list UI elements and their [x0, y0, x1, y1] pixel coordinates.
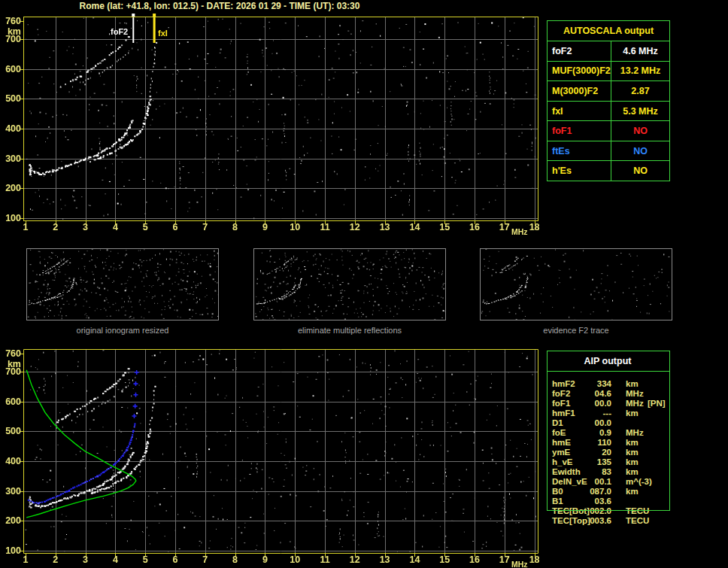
aip-row-unit: MHz — [626, 389, 644, 399]
autoscala-row: M(3000)F22.87 — [548, 80, 669, 101]
aip-row-value: 00.1 — [568, 477, 611, 487]
x-tick-label: 11 — [316, 223, 334, 232]
x-tick-label: 15 — [435, 555, 453, 564]
page-title: Rome (lat: +41.8, lon: 012.5) - DATE: 20… — [0, 1, 439, 11]
aip-row-unit: MHz — [626, 428, 644, 438]
aip-row: D100.0 — [547, 418, 727, 428]
x-tick-label: 1 — [17, 555, 35, 564]
x-tick-label: 6 — [166, 555, 184, 564]
aip-row: B0087.0km — [547, 487, 727, 497]
aip-table-header: AIP output — [547, 351, 669, 371]
autoscala-row-value: NO — [611, 121, 669, 141]
thumbnail-caption-original: original ionogram resized — [77, 327, 169, 335]
aip-row-unit: MHz — [626, 399, 644, 409]
aip-row-value: 087.0 — [568, 487, 611, 497]
aip-row: hmF2334km — [547, 379, 727, 389]
y-tick-label: 100 — [0, 214, 21, 223]
ionogram-restored-plot — [20, 346, 541, 558]
x-tick-label: 13 — [376, 555, 394, 564]
aip-row: hmE110km — [547, 438, 727, 448]
x-tick-label: 11 — [316, 555, 334, 564]
autoscala-output-table: AUTOSCALA output foF24.6 MHzMUF(3000)F21… — [547, 20, 670, 181]
x-tick-label: 16 — [466, 223, 484, 232]
autoscala-row-label: ftEs — [548, 141, 611, 161]
x-tick-label: 16 — [466, 555, 484, 564]
autoscala-row: ftEsNO — [548, 141, 669, 161]
y-tick-label: 200 — [0, 184, 21, 193]
aip-row-unit: km — [626, 487, 639, 497]
aip-row-value: 110 — [568, 438, 611, 448]
aip-row-value: 03.6 — [568, 497, 611, 506]
aip-row-value: 20 — [568, 448, 611, 457]
fxI-marker-label: fxI — [158, 29, 168, 38]
y-tick-label: 500 — [0, 427, 21, 436]
aip-row-value: --- — [568, 409, 611, 418]
aip-row-label: foE — [552, 428, 566, 438]
aip-row-value: 002.0 — [568, 506, 611, 516]
aip-row: ymE20km — [547, 448, 727, 457]
aip-row-value: 83 — [568, 467, 611, 477]
aip-row: foE0.9MHz — [547, 428, 727, 438]
autoscala-row-value: 5.3 MHz — [611, 102, 669, 121]
aip-row: TEC[Bot]002.0TECU — [547, 506, 727, 516]
y-tick-label: 100 — [0, 546, 21, 555]
y-tick-label: 200 — [0, 516, 21, 525]
autoscala-table-header: AUTOSCALA output — [548, 21, 669, 41]
aip-row-value: 00.0 — [568, 418, 611, 428]
autoscala-table-rows: foF24.6 MHzMUF(3000)F213.2 MHzM(3000)F22… — [548, 41, 669, 181]
aip-row-extra: [PN] — [648, 399, 666, 409]
x-tick-label: 8 — [226, 223, 244, 232]
aip-row: hmF1---km — [547, 409, 727, 418]
y-axis-unit: km — [0, 27, 21, 36]
thumbnail-original-ionogram — [26, 248, 219, 320]
y-tick-label: 400 — [0, 457, 21, 466]
x-tick-label: 10 — [286, 223, 304, 232]
autoscala-row-label: M(3000)F2 — [548, 81, 611, 101]
aip-row-unit: km — [626, 379, 639, 389]
aip-row-value: 00.0 — [568, 399, 611, 409]
aip-row-label: D1 — [552, 418, 563, 428]
aip-row-unit: km — [626, 467, 639, 477]
aip-row-unit: km — [626, 448, 639, 457]
aip-row-value: 04.6 — [568, 389, 611, 399]
aip-row-unit: TECU — [626, 506, 649, 516]
x-tick-label: 14 — [405, 555, 423, 564]
aip-row-value: 334 — [568, 379, 611, 389]
x-tick-label: 4 — [106, 223, 124, 232]
x-tick-label: 3 — [77, 555, 95, 564]
x-tick-label: 9 — [256, 555, 274, 564]
aip-row-unit: km — [626, 457, 639, 467]
y-axis-unit: km — [0, 360, 21, 369]
x-tick-label: 13 — [376, 223, 394, 232]
x-tick-label: 14 — [405, 223, 423, 232]
autoscala-row-label: h'Es — [548, 161, 611, 181]
x-tick-label: 10 — [286, 555, 304, 564]
x-tick-label: 1 — [17, 223, 35, 232]
x-tick-label: 5 — [136, 223, 154, 232]
x-tick-label: 12 — [346, 223, 364, 232]
autoscala-row: fxI5.3 MHz — [548, 101, 669, 121]
y-tick-label: 300 — [0, 487, 21, 496]
aip-row: foF100.0MHz[PN] — [547, 399, 727, 409]
ionogram-main-plot — [20, 14, 541, 226]
aip-row: h_vE135km — [547, 457, 727, 467]
autoscala-row-value: 2.87 — [611, 81, 669, 101]
autoscala-row-label: foF1 — [548, 121, 611, 141]
y-tick-label: 400 — [0, 124, 21, 133]
thumbnail-caption-evidence: evidence F2 trace — [543, 327, 608, 335]
aip-row: TEC[Top]003.6TECU — [547, 516, 727, 526]
x-tick-label: 12 — [346, 555, 364, 564]
autoscala-row-label: foF2 — [548, 41, 611, 61]
thumbnail-evidence-f2-trace — [480, 248, 672, 320]
aip-row: B103.6 — [547, 497, 727, 506]
x-axis-unit: MHz — [511, 560, 528, 568]
y-tick-label: 760 — [0, 17, 21, 26]
foF2-marker-label: foF2 — [111, 28, 128, 36]
y-tick-label: 760 — [0, 349, 21, 358]
aip-row-unit: TECU — [626, 516, 649, 526]
x-axis-unit: MHz — [511, 228, 528, 235]
thumbnail-caption-eliminate: eliminate multiple reflections — [298, 327, 402, 335]
x-tick-label: 18 — [526, 223, 544, 232]
aip-row-value: 0.9 — [568, 428, 611, 438]
aip-row-value: 135 — [568, 457, 611, 467]
